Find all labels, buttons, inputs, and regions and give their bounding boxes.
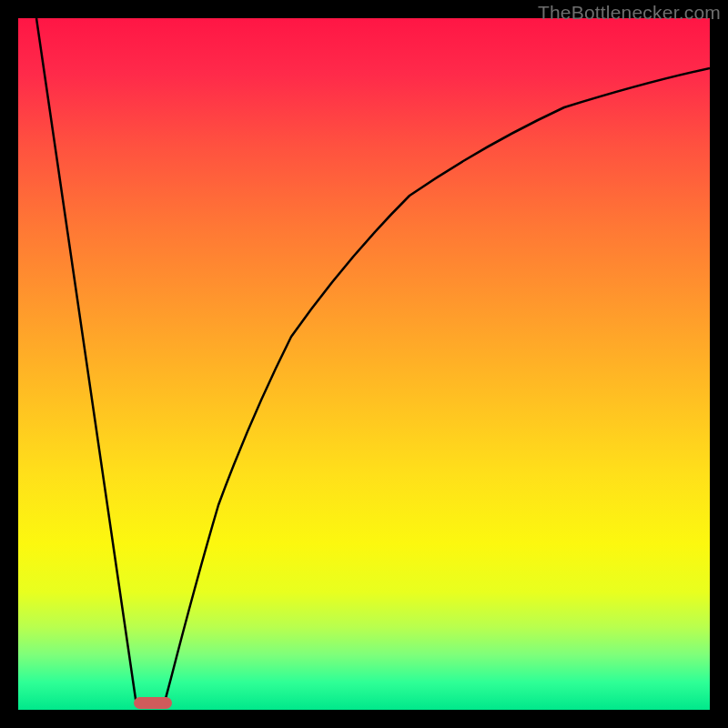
watermark-text: TheBottlenecker.com	[538, 2, 721, 24]
left-v-line	[36, 18, 136, 705]
chart-curves-svg	[18, 18, 710, 710]
chart-marker	[134, 697, 172, 709]
chart-plot-area	[18, 18, 710, 710]
right-curve	[164, 68, 710, 705]
